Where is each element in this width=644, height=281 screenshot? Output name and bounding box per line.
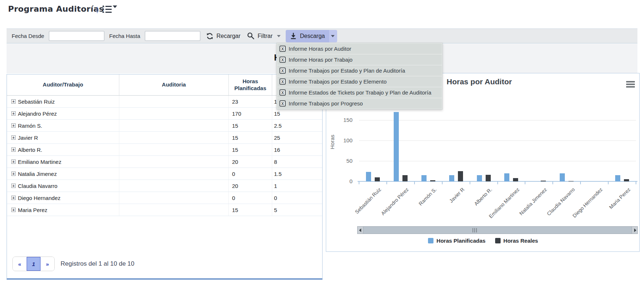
bar-reales[interactable] [486, 175, 491, 181]
horas-reales-cell: 25 [272, 132, 322, 143]
legend-item-planificadas[interactable]: Horas Planificadas [428, 238, 485, 244]
excel-icon: X [279, 46, 286, 52]
horas-planificadas-cell: 23 [229, 96, 272, 107]
menu-item-3[interactable]: XInforme Trabajos por Estado y Elemento [277, 76, 442, 87]
pagination: « 1 » [12, 257, 55, 271]
expand-icon[interactable]: + [11, 99, 16, 104]
menu-item-5[interactable]: XInforme Trabajos por Progreso [277, 98, 442, 109]
auditor-name: Alejandro Pérez [18, 111, 57, 117]
bar-reales[interactable] [458, 171, 463, 181]
menu-item-label: Informe Trabajos por Estado y Plan de Au… [289, 68, 405, 74]
expand-icon[interactable]: + [11, 159, 16, 164]
table-row: +Alejandro Pérez17015 [7, 108, 322, 120]
table-row: +Sebastián Ruiz2310 [7, 96, 322, 108]
column-header-auditoria[interactable]: Auditoria [119, 74, 229, 95]
pagination-next-button[interactable]: » [41, 257, 54, 271]
menu-item-2[interactable]: XInforme Trabajos por Estado y Plan de A… [277, 65, 442, 76]
scrollbar-left-arrow-icon[interactable] [358, 227, 363, 234]
y-tick-label: 50 [336, 158, 352, 164]
auditoria-cell [119, 96, 229, 107]
expand-icon[interactable]: + [11, 147, 16, 152]
horas-reales-cell: 16 [272, 144, 322, 155]
x-axis-category-label: Maria Perez [608, 186, 632, 210]
auditor-cell: +Maria Perez [7, 204, 119, 216]
descarga-caret-button[interactable] [329, 30, 337, 42]
legend-item-reales[interactable]: Horas Reales [495, 238, 538, 244]
pagination-summary: Registros del 1 al 10 de 10 [61, 260, 134, 267]
table-row: +Alberto R.1516 [7, 144, 322, 156]
bar-planificadas[interactable] [560, 173, 565, 181]
table-body: +Sebastián Ruiz2310+Alejandro Pérez17015… [7, 96, 322, 216]
legend-label: Horas Reales [504, 238, 538, 244]
horas-reales-cell: 8 [272, 156, 322, 168]
table-row: +Javier R1525 [7, 132, 322, 144]
gridline [359, 120, 636, 120]
bar-planificadas[interactable] [366, 172, 371, 181]
bar-reales[interactable] [375, 177, 380, 181]
descarga-button[interactable]: Descarga [286, 30, 329, 42]
chart-title: Horas por Auditor [447, 77, 512, 86]
auditor-name: Sebastián Ruiz [18, 99, 55, 105]
column-header-auditor-trabajo[interactable]: Auditor/Trabajo [7, 74, 119, 95]
scrollbar-grip[interactable] [473, 228, 477, 232]
auditoria-cell [119, 120, 229, 131]
expand-icon[interactable]: + [11, 135, 16, 140]
auditor-cell: +Alejandro Pérez [7, 108, 119, 119]
filtrar-caret-icon[interactable] [277, 35, 281, 37]
x-axis-category-label: Diego Hernandez [571, 186, 603, 219]
horas-table-panel: Auditor/Trabajo Auditoria Horas Planific… [7, 74, 323, 280]
bar-planificadas[interactable] [449, 175, 454, 181]
pagination-page-1[interactable]: 1 [27, 257, 41, 271]
pagination-prev-button[interactable]: « [13, 257, 27, 271]
bar-planificadas[interactable] [615, 175, 620, 181]
list-menu-icon[interactable] [102, 5, 113, 13]
bar-reales[interactable] [513, 178, 518, 181]
bar-planificadas[interactable] [477, 175, 482, 181]
horas-reales-cell: 1.5 [272, 168, 322, 180]
x-axis-tick [497, 182, 498, 184]
bar-reales[interactable] [430, 180, 435, 181]
scrollbar-right-arrow-icon[interactable] [632, 227, 637, 234]
expand-icon[interactable]: + [11, 123, 16, 128]
bar-reales[interactable] [568, 181, 574, 181]
x-axis-category-label: Ramón S. [417, 186, 437, 207]
expand-icon[interactable]: + [11, 172, 16, 176]
auditor-cell: +Natalia Jimenez [7, 168, 119, 180]
auditor-cell: +Emiliano Martinez [7, 156, 119, 168]
expand-icon[interactable]: + [11, 208, 16, 212]
x-axis-tick [525, 182, 525, 184]
fecha-desde-input[interactable] [49, 31, 104, 41]
chart-scrollbar[interactable] [357, 226, 638, 234]
expand-icon[interactable]: + [11, 111, 16, 116]
recargar-button[interactable]: Recargar [206, 32, 240, 40]
refresh-icon [206, 32, 213, 40]
menu-item-1[interactable]: XInforme Horas por Trabajo [277, 54, 442, 65]
menu-item-label: Informe Trabajos por Estado y Elemento [289, 78, 386, 85]
bar-reales[interactable] [624, 179, 629, 181]
auditoria-cell [119, 180, 229, 192]
bar-reales[interactable] [402, 175, 408, 181]
column-header-horas-planificadas[interactable]: Horas Planificadas [229, 74, 272, 95]
filter-toolbar: Fecha Desde Fecha Hasta Recargar [7, 28, 637, 43]
auditoria-cell [119, 204, 229, 216]
bar-planificadas[interactable] [504, 173, 509, 181]
expand-icon[interactable]: + [11, 196, 16, 200]
auditor-name: Javier R [18, 135, 38, 141]
auditor-cell: +Ramón S. [7, 120, 119, 131]
horas-reales-cell: 1 [272, 180, 322, 192]
table-row: +Claudia Navarro201 [7, 180, 322, 192]
bar-reales[interactable] [541, 181, 546, 181]
title-caret-icon[interactable] [113, 5, 117, 8]
expand-icon[interactable]: + [11, 184, 16, 188]
menu-item-label: Informe Horas por Auditor [289, 46, 351, 52]
menu-item-4[interactable]: XInforme Estados de Tickets por Trabajo … [277, 87, 442, 98]
auditoria-cell [119, 108, 229, 119]
auditor-name: Alberto R. [18, 147, 42, 153]
fecha-hasta-input[interactable] [145, 31, 200, 41]
bar-planificadas[interactable] [421, 175, 427, 181]
filtrar-button[interactable]: Filtrar [247, 32, 281, 40]
hamburger-icon[interactable] [626, 81, 635, 88]
menu-item-0[interactable]: XInforme Horas por Auditor [277, 43, 442, 54]
bar-planificadas[interactable] [394, 112, 399, 181]
descarga-split-button: Descarga [286, 30, 337, 42]
